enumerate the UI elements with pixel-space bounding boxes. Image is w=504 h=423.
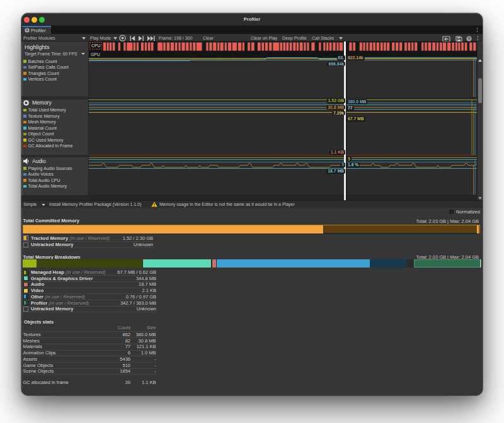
svg-text:?: ? [468,37,471,41]
